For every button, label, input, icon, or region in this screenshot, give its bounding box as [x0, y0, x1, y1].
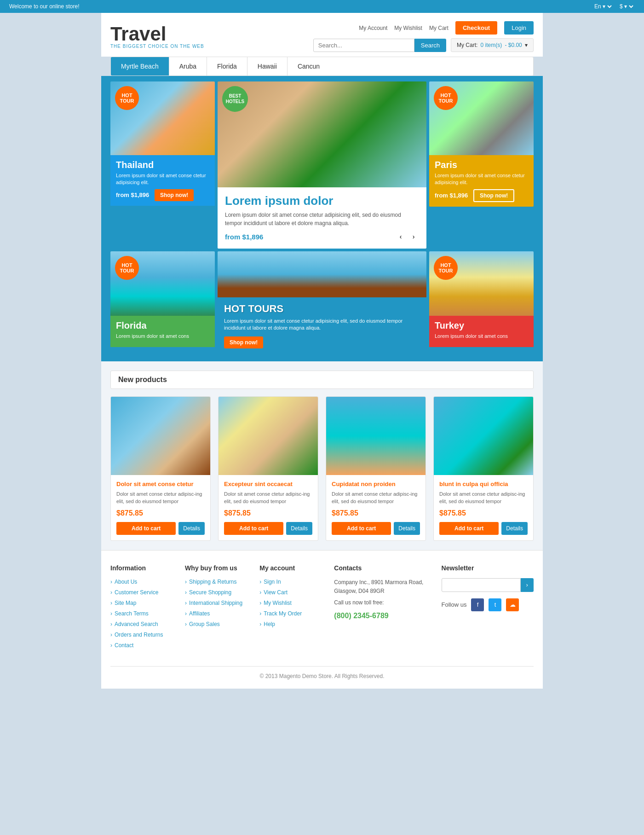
- facebook-icon[interactable]: f: [471, 598, 484, 611]
- tab-myrtle-beach[interactable]: Myrtle Beach: [111, 57, 169, 75]
- footer-contacts-title: Contacts: [334, 564, 432, 572]
- product-info-2: Excepteur sint occaecat Dolor sit amet c…: [218, 475, 318, 540]
- login-button[interactable]: Login: [504, 21, 534, 35]
- cart-dropdown[interactable]: My Cart: 0 item(s) - $0.00 ▾: [451, 38, 534, 52]
- florida-title: Florida: [116, 320, 209, 331]
- florida-info: Florida Lorem ipsum dolor sit amet cons: [110, 316, 215, 347]
- twitter-icon[interactable]: t: [489, 598, 501, 611]
- my-cart-link[interactable]: My Cart: [429, 25, 448, 31]
- footer-link-my-wishlist[interactable]: My Wishlist: [259, 600, 292, 606]
- paris-shop-btn[interactable]: Shop now!: [473, 189, 514, 202]
- turkey-title: Turkey: [435, 320, 528, 331]
- add-to-cart-btn-4[interactable]: Add to cart: [439, 522, 499, 535]
- product-name-2: Excepteur sint occaecat: [224, 481, 312, 487]
- banner-next-btn[interactable]: ›: [408, 231, 419, 242]
- newsletter-submit-btn[interactable]: ›: [521, 578, 534, 592]
- footer-link-affiliates[interactable]: Affiliates: [185, 610, 210, 617]
- my-wishlist-link[interactable]: My Wishlist: [394, 25, 422, 31]
- search-button[interactable]: Search: [414, 39, 446, 52]
- footer-link-site-map[interactable]: Site Map: [110, 600, 136, 606]
- footer-link-intl-shipping[interactable]: International Shipping: [185, 600, 242, 606]
- footer-link-advanced-search[interactable]: Advanced Search: [110, 621, 158, 627]
- currency-select[interactable]: $ ▾: [618, 3, 635, 10]
- hottours-shop-btn[interactable]: Shop now!: [224, 336, 263, 348]
- hottours-desc: Lorem ipsum dolor sit amet conse ctetur …: [224, 318, 420, 332]
- footer-newsletter-title: Newsletter: [442, 564, 534, 572]
- banner-center[interactable]: BESTHOTELS Lorem ipsum dolor Lorem ipsum…: [218, 81, 426, 249]
- footer-link-about[interactable]: About Us: [110, 579, 137, 585]
- banner-thailand[interactable]: HOTTOUR Thailand Lorem ipsum dolor sit a…: [110, 81, 215, 207]
- banner-paris[interactable]: HOTTOUR Paris Lorem ipsum dolor sit amet…: [429, 81, 534, 207]
- footer-link-help[interactable]: Help: [259, 621, 275, 627]
- search-cart-row: Search My Cart: 0 item(s) - $0.00 ▾: [313, 38, 534, 52]
- products-grid: Dolor sit amet conse ctetur Dolor sit am…: [110, 396, 534, 541]
- product-desc-3: Dolor sit amet conse ctetur adipisc-ing …: [332, 490, 420, 505]
- footer-link-shipping[interactable]: Shipping & Returns: [185, 579, 236, 585]
- banner-florida[interactable]: HOTTOUR Florida Lorem ipsum dolor sit am…: [110, 251, 215, 354]
- cart-price: - $0.00: [505, 42, 522, 48]
- add-to-cart-btn-1[interactable]: Add to cart: [116, 522, 176, 535]
- details-btn-2[interactable]: Details: [286, 522, 312, 535]
- footer-link-contact[interactable]: Contact: [110, 642, 133, 649]
- new-products-title: New products: [118, 376, 167, 383]
- add-to-cart-btn-3[interactable]: Add to cart: [332, 522, 391, 535]
- footer-link-search-terms[interactable]: Search Terms: [110, 610, 149, 617]
- product-card-1: Dolor sit amet conse ctetur Dolor sit am…: [110, 396, 211, 541]
- tab-hawaii[interactable]: Hawaii: [247, 57, 288, 75]
- footer-link-secure-shopping[interactable]: Secure Shopping: [185, 589, 231, 596]
- newsletter-input[interactable]: [442, 578, 521, 592]
- product-card-3: Cupidatat non proiden Dolor sit amet con…: [326, 396, 426, 541]
- add-to-cart-btn-2[interactable]: Add to cart: [224, 522, 283, 535]
- footer-link-track-order[interactable]: Track My Order: [259, 610, 302, 617]
- banner-turkey[interactable]: HOTTOUR Turkey Lorem ipsum dolor sit ame…: [429, 251, 534, 354]
- tab-cancun[interactable]: Cancun: [288, 57, 330, 75]
- details-btn-4[interactable]: Details: [501, 522, 528, 535]
- turkey-info: Turkey Lorem ipsum dolor sit amet cons: [429, 316, 534, 347]
- footer-phone: (800) 2345-6789: [334, 610, 432, 622]
- footer-call-label: Call us now toll free:: [334, 598, 432, 607]
- thailand-shop-btn[interactable]: Shop now!: [155, 189, 194, 201]
- details-btn-1[interactable]: Details: [178, 522, 205, 535]
- search-box: Search: [313, 39, 446, 52]
- hot-tour-badge-turkey: HOTTOUR: [434, 256, 458, 280]
- top-bar-right: En ▾ $ ▾: [592, 3, 635, 10]
- product-actions-3: Add to cart Details: [332, 522, 420, 535]
- footer-why-buy: Why buy from us Shipping & Returns Secur…: [185, 564, 250, 652]
- thailand-price: from $1,896: [116, 191, 149, 198]
- checkout-button[interactable]: Checkout: [455, 21, 497, 35]
- thailand-desc: Lorem ipsum dolor sit amet conse ctetur …: [116, 172, 209, 186]
- paris-price: from $1,896: [435, 192, 468, 199]
- footer-link-view-cart[interactable]: View Cart: [259, 589, 288, 596]
- nav-tabs: Myrtle Beach Aruba Florida Hawaii Cancun: [110, 57, 534, 76]
- my-account-link[interactable]: My Account: [359, 25, 387, 31]
- tab-aruba[interactable]: Aruba: [169, 57, 207, 75]
- product-actions-4: Add to cart Details: [439, 522, 528, 535]
- header-nav: My Account My Wishlist My Cart Checkout …: [359, 21, 534, 35]
- footer-link-group-sales[interactable]: Group Sales: [185, 621, 220, 627]
- florida-desc: Lorem ipsum dolor sit amet cons: [116, 333, 209, 340]
- product-info-3: Cupidatat non proiden Dolor sit amet con…: [326, 475, 426, 540]
- search-input[interactable]: [313, 39, 414, 52]
- rss-icon[interactable]: ☁: [506, 598, 519, 611]
- footer-link-orders[interactable]: Orders and Returns: [110, 632, 163, 638]
- product-image-3: [326, 397, 426, 475]
- banners-row1: HOTTOUR Thailand Lorem ipsum dolor sit a…: [110, 81, 534, 249]
- footer-address: Company Inc., 8901 Marmora Road, Glasgow…: [334, 578, 432, 596]
- product-price-3: $875.85: [332, 509, 420, 517]
- header: Travel THE BIGGEST CHOICE ON THE WEB My …: [101, 13, 543, 57]
- footer-why-buy-title: Why buy from us: [185, 564, 250, 572]
- banner-hottours[interactable]: HOT TOURS Lorem ipsum dolor sit amet con…: [218, 251, 426, 354]
- footer-information: Information About Us Customer Service Si…: [110, 564, 176, 652]
- thailand-info: Thailand Lorem ipsum dolor sit amet cons…: [110, 155, 215, 206]
- details-btn-3[interactable]: Details: [394, 522, 420, 535]
- nav-tabs-section: Myrtle Beach Aruba Florida Hawaii Cancun: [101, 57, 543, 76]
- hot-tour-badge-thailand: HOTTOUR: [115, 86, 139, 110]
- footer-why-buy-links: Shipping & Returns Secure Shopping Inter…: [185, 578, 250, 627]
- footer-link-customer-service[interactable]: Customer Service: [110, 589, 158, 596]
- language-select[interactable]: En ▾: [592, 3, 613, 10]
- paris-title: Paris: [435, 160, 528, 170]
- tab-florida[interactable]: Florida: [207, 57, 247, 75]
- footer-link-sign-in[interactable]: Sign In: [259, 579, 281, 585]
- copyright: © 2013 Magento Demo Store. All Rights Re…: [260, 673, 385, 679]
- banner-prev-btn[interactable]: ‹: [395, 231, 406, 242]
